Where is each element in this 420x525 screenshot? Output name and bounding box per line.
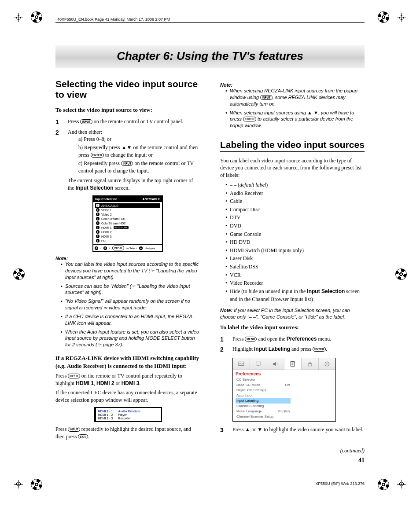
text: screen. <box>114 185 130 191</box>
popup-right: Audio Receiver <box>118 410 140 413</box>
crop-rose-icon <box>395 268 407 280</box>
book-header: 40XF550U_EN.book Page 41 Monday, March 1… <box>55 16 365 23</box>
text: or <box>114 380 122 386</box>
text: Press <box>232 426 245 433</box>
prefs-row: Menu LanguageEnglish <box>236 409 291 414</box>
crop-mark <box>397 13 406 22</box>
prefs-value: English <box>278 409 290 413</box>
osd-row: 7HDMI 3 <box>95 234 160 239</box>
regza-link-badge: REGZA-LINK <box>114 226 129 229</box>
input-selection-osd: Input Selection ANT/CABLE 0ANT/CABLE1Vid… <box>92 195 163 252</box>
label-item: Audio Receiver <box>225 189 365 198</box>
prefs-label: CC Selector <box>236 378 255 382</box>
popup-row: HDMI 1 - 3Recorder <box>98 416 159 420</box>
bold-text: HDMI 3 <box>122 380 140 386</box>
input-key-icon: INPUT <box>121 161 133 166</box>
text: menu. <box>317 336 332 342</box>
run-in-heading: If a REGZA-LINK device with HDMI switchi… <box>55 354 200 370</box>
osd-label: ANT/CABLE <box>101 204 118 207</box>
osd-label: Video 2 <box>101 213 112 216</box>
label-item: Game Console <box>225 230 365 239</box>
substep: c) Repeatedly press INPUT on the remote … <box>78 160 200 175</box>
crop-rose-icon <box>31 479 42 490</box>
text: or <box>250 426 257 433</box>
label-item: Video Recorder <box>225 279 365 287</box>
preferences-osd: Preferences CC SelectorBase CC ModeOffDi… <box>232 358 336 422</box>
osd-row: 6HDMI 2 <box>95 230 160 234</box>
up-arrow-icon: ▲ <box>245 426 250 433</box>
osd-number-icon: 7 <box>96 235 99 238</box>
label-item: HDMI Switch (HDMI inputs only) <box>225 246 365 255</box>
osd-title: Input Selection <box>95 198 117 201</box>
popup-left: HDMI 1 - 1 <box>98 410 113 413</box>
hdmi-popup-osd: HDMI 1 - 1Audio ReceiverHDMI 1 - 2Player… <box>94 407 162 422</box>
tab-setup-icon <box>319 358 335 370</box>
popup-left: HDMI 1 - 2 <box>98 413 113 416</box>
label-item: Cable <box>225 197 365 206</box>
text: Press <box>55 373 68 379</box>
osd-row: 8PC <box>95 239 160 243</box>
text: Press <box>68 118 80 125</box>
crop-rose-icon <box>31 11 42 23</box>
osd-label: HDMI 3 <box>101 235 112 238</box>
osd-label: PC <box>101 239 106 242</box>
note-list: When selecting REGZA-LINK input sources … <box>220 88 365 129</box>
svg-point-8 <box>326 363 328 365</box>
text: When selecting input sources using <box>230 110 307 115</box>
prefs-label: Input Labeling <box>236 399 258 403</box>
osd-label: HDMI 2 <box>101 231 112 234</box>
chapter-title: Chapter 6: Using the TV's features <box>55 45 365 68</box>
text: And then either: <box>68 129 102 135</box>
bold-text: Input Selection <box>307 288 345 294</box>
text: to change the input; or <box>104 152 153 158</box>
prefs-label: Channel Labeling <box>236 404 264 408</box>
continued-label: (continued) <box>220 448 365 454</box>
step-body: Press ▲ or ▼ to highlight the video sour… <box>232 426 365 435</box>
text: on the remote control or TV control pane… <box>92 118 184 125</box>
rule <box>55 101 200 101</box>
prefs-row: Input Labeling <box>236 398 291 404</box>
text: Hide (to hide an unused input in the <box>230 288 307 294</box>
text: b) Repeatedly press <box>78 144 122 151</box>
prefs-title: Preferences <box>233 370 335 376</box>
step-number: 1 <box>220 335 226 344</box>
note-list: You can label the video input sources ac… <box>55 261 200 348</box>
svg-line-13 <box>325 362 326 363</box>
prefs-label: Auto Input <box>236 393 252 397</box>
label-item: Compact Disc <box>225 206 365 214</box>
bold-text: Preferences <box>287 336 317 342</box>
paragraph: The current signal source displays in th… <box>55 177 200 192</box>
labels-list: – – (default label)Audio ReceiverCableCo… <box>220 181 365 287</box>
label-item: VCR <box>225 271 365 279</box>
popup-row: HDMI 1 - 1Audio Receiver <box>98 409 159 413</box>
prefs-value: Off <box>285 383 290 387</box>
text: to highlight the video source you want t… <box>262 426 363 433</box>
label-item: DTV <box>225 213 365 222</box>
tab-lock-icon <box>302 358 319 370</box>
osd-number-icon: 4 <box>96 221 99 225</box>
osd-footer: 0 - 8 / INPUT to Select ✦ Navigate <box>93 244 162 251</box>
step-number: 2 <box>220 345 226 354</box>
crop-rose-icon <box>378 11 389 23</box>
paragraph: If the connected CEC device has any conn… <box>55 389 200 404</box>
note-item: If a CEC device is connected to an HDMI … <box>61 313 200 327</box>
label-item: Laser Disk <box>225 254 365 263</box>
prefs-row: Auto Input <box>236 393 291 398</box>
osd-number-icon: 5 <box>96 226 99 229</box>
crop-mark <box>397 480 406 488</box>
text: Press <box>232 336 245 342</box>
text: Press <box>55 426 68 432</box>
enter-key-icon: ENTER <box>91 153 104 158</box>
step-body: Highlight Input Labeling and press ENTER… <box>232 345 365 354</box>
substep: b) Repeatedly press ▲▼ on the remote con… <box>78 144 200 159</box>
bold-text: HDMI 1 <box>76 380 94 386</box>
svg-rect-2 <box>258 365 259 366</box>
note-heading: Note: <box>220 82 365 88</box>
osd-row: 2Video 2 <box>95 212 160 217</box>
note-item: When the Auto Input feature is set, you … <box>61 329 200 349</box>
step-body: And then either: a) Press 0–8; or b) Rep… <box>68 128 200 176</box>
prefs-row: Channel Labeling <box>236 404 291 409</box>
down-arrow-icon: ▼ <box>257 426 262 433</box>
text: c) Repeatedly press <box>78 160 121 166</box>
step-body: Press INPUT on the remote control or TV … <box>68 118 200 127</box>
